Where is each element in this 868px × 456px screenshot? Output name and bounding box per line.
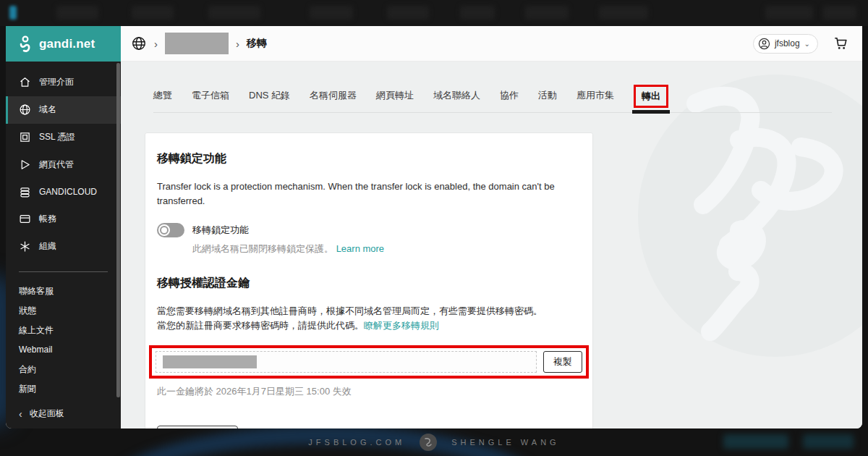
sidebar-link-label: 合約 — [19, 363, 36, 376]
calligraphy-watermark — [638, 75, 862, 357]
brand-name: gandi.net — [39, 37, 95, 51]
sidebar-item-label: GANDICLOUD — [39, 187, 97, 197]
sidebar-item-billing[interactable]: 帳務 — [6, 206, 121, 233]
footer-watermark: JFSBLOG.COM SHENGLE WANG — [0, 432, 868, 452]
cloud-stack-icon — [19, 186, 31, 198]
copy-button[interactable]: 複製 — [543, 351, 582, 373]
sidebar-item-domains[interactable]: 域名 — [6, 96, 121, 124]
breadcrumb-separator: › — [154, 38, 158, 50]
transfer-rules-link[interactable]: 瞭解更多移轉規則 — [364, 320, 439, 331]
tab-dns-records[interactable]: DNS 紀錄 — [249, 83, 290, 112]
breadcrumb-separator: › — [236, 38, 239, 50]
transfer-lock-toggle[interactable] — [157, 223, 184, 237]
sidebar-item-label: 域名 — [39, 104, 56, 116]
transfer-lock-status-text: 此網域名稱已關閉移轉鎖定保護。 — [192, 243, 333, 254]
sidebar-item-label: 帳務 — [39, 213, 56, 225]
blurred-bookmark — [387, 6, 429, 20]
tab-email[interactable]: 電子信箱 — [192, 83, 229, 112]
sidebar-link-news[interactable]: 新聞 — [6, 379, 121, 399]
gandi-mascot-icon — [17, 35, 33, 54]
header-bar: › › 移轉 jfsblog ⌄ — [121, 26, 862, 62]
transfer-card: 移轉鎖定功能 Transfer lock is a protection mec… — [145, 132, 593, 428]
sidebar-link-status[interactable]: 狀態 — [6, 301, 121, 321]
toggle-knob-icon — [158, 224, 170, 236]
gandi-logo[interactable]: gandi.net — [6, 26, 121, 62]
blurred-bookmark — [310, 6, 353, 20]
sidebar-scrollbar[interactable] — [116, 63, 120, 397]
auth-key-title: 移轉授權認證金鑰 — [157, 276, 581, 291]
sidebar-item-hosting[interactable]: 網頁代管 — [6, 151, 121, 178]
sidebar-link-label: Webmail — [19, 345, 52, 355]
footer-author-text: SHENGLE WANG — [451, 438, 559, 447]
sidebar-link-label: 狀態 — [19, 305, 36, 317]
tab-transfer-out[interactable]: 轉出 — [634, 85, 668, 108]
footer-site-text: JFSBLOG.COM — [308, 438, 405, 447]
sidebar-link-label: 聯絡客服 — [19, 285, 54, 297]
sidebar-divider — [19, 271, 108, 272]
hosting-icon — [19, 159, 31, 171]
auth-key-redacted-value — [163, 355, 257, 368]
generate-key-button[interactable]: 生成新的金鑰 — [157, 426, 238, 428]
sidebar-item-gandicloud[interactable]: GANDICLOUD — [6, 178, 121, 206]
blurred-bookmark — [208, 6, 260, 20]
auth-key-description-line1: 當您需要移轉網域名稱到其他註冊商時，根據不同域名管理局而定，有些需要提供移轉密碼… — [157, 305, 542, 316]
footer-seal-logo-icon — [420, 434, 437, 451]
sidebar-collapse-button[interactable]: ‹ 收起面板 — [6, 399, 121, 428]
sidebar-link-contracts[interactable]: 合約 — [6, 360, 121, 379]
key-expiry-text: 此一金鑰將於 2026年1月7日星期三 15:00 失效 — [157, 385, 581, 398]
transfer-lock-toggle-label: 移轉鎖定功能 — [192, 224, 249, 237]
sidebar-item-label: 管理介面 — [39, 76, 74, 88]
sidebar-item-label: 網頁代管 — [39, 159, 74, 171]
sidebar-item-dashboard[interactable]: 管理介面 — [6, 69, 121, 96]
globe-icon — [19, 104, 31, 116]
red-annotation-box: 複製 — [149, 345, 589, 379]
chevron-down-icon: ⌄ — [804, 40, 810, 48]
blurred-bookmark — [823, 6, 856, 20]
auth-key-description-line2: 當您的新註冊商要求移轉密碼時，請提供此代碼。 — [157, 320, 364, 331]
transfer-lock-title: 移轉鎖定功能 — [157, 151, 581, 166]
browser-tab-favicon — [9, 6, 17, 20]
gandi-app-window: gandi.net › › 移轉 jfsblog ⌄ — [6, 26, 862, 428]
home-icon — [19, 76, 31, 88]
tab-collaboration[interactable]: 協作 — [500, 83, 519, 112]
blurred-bookmark — [56, 6, 98, 20]
collapse-label: 收起面板 — [30, 408, 64, 420]
cart-button[interactable] — [833, 35, 849, 51]
tab-contacts[interactable]: 域名聯絡人 — [433, 83, 480, 112]
avatar-icon — [758, 38, 770, 50]
tab-web-forwarding[interactable]: 網頁轉址 — [376, 83, 414, 112]
sidebar-link-label: 線上文件 — [19, 324, 54, 337]
billing-card-icon — [19, 213, 31, 225]
learn-more-link[interactable]: Learn more — [336, 243, 384, 254]
transfer-lock-description: Transfer lock is a protection mechanism.… — [157, 180, 581, 208]
sidebar-item-label: SSL 憑證 — [39, 131, 75, 143]
blurred-bookmark — [599, 6, 648, 20]
sidebar-link-docs[interactable]: 線上文件 — [6, 321, 121, 340]
certificate-icon — [19, 131, 31, 143]
blurred-bookmark — [132, 6, 174, 20]
blurred-bookmark — [525, 6, 569, 20]
sidebar-item-organization[interactable]: 組織 — [6, 233, 121, 261]
tab-activity[interactable]: 活動 — [538, 83, 557, 112]
sidebar-link-support[interactable]: 聯絡客服 — [6, 281, 121, 300]
sidebar-item-label: 組織 — [39, 240, 56, 253]
main-content: 總覽 電子信箱 DNS 紀錄 名稱伺服器 網頁轉址 域名聯絡人 協作 活動 應用… — [121, 62, 862, 428]
blurred-bookmark — [460, 6, 495, 20]
app-header: gandi.net › › 移轉 jfsblog ⌄ — [6, 26, 862, 62]
tab-marketplace[interactable]: 應用市集 — [576, 83, 614, 112]
account-menu-button[interactable]: jfsblog ⌄ — [753, 34, 818, 54]
tab-nameservers[interactable]: 名稱伺服器 — [310, 83, 357, 112]
tab-overview[interactable]: 總覽 — [153, 83, 172, 112]
breadcrumb-globe-icon[interactable] — [131, 35, 147, 51]
blurred-bookmark — [765, 6, 813, 20]
browser-topbar — [0, 0, 868, 26]
domain-tab-bar: 總覽 電子信箱 DNS 紀錄 名稱伺服器 網頁轉址 域名聯絡人 協作 活動 應用… — [153, 83, 832, 113]
sidebar-link-label: 新聞 — [19, 383, 36, 395]
account-name: jfsblog — [775, 38, 800, 48]
red-annotation-box: 轉出 — [634, 85, 668, 108]
sidebar-item-ssl[interactable]: SSL 憑證 — [6, 124, 121, 151]
breadcrumb-domain-redacted[interactable] — [165, 33, 229, 54]
breadcrumb-current: 移轉 — [247, 37, 267, 50]
sidebar-link-webmail[interactable]: Webmail — [6, 340, 121, 360]
auth-key-field[interactable] — [156, 351, 537, 373]
